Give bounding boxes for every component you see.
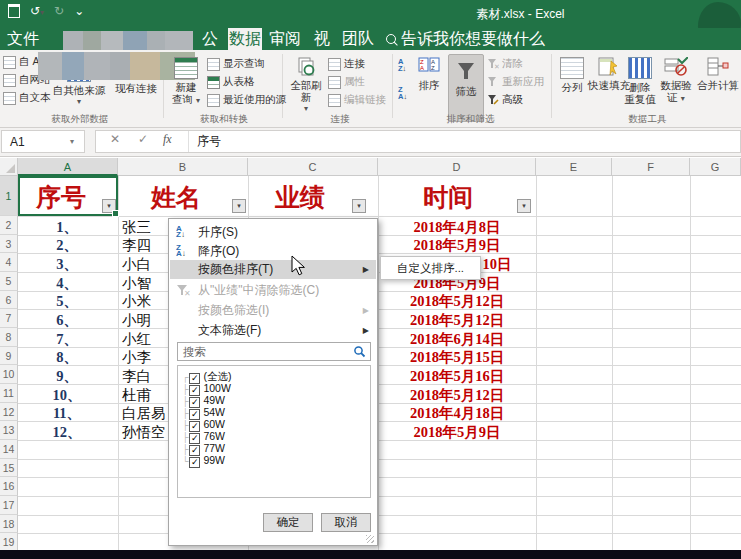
- cell-serial[interactable]: 6、: [18, 311, 116, 330]
- cell-serial[interactable]: 12、: [18, 423, 116, 442]
- sort-za-icon[interactable]: ZA↓: [398, 86, 407, 100]
- row-header-2[interactable]: 2: [0, 216, 18, 235]
- recent-sources-button[interactable]: 最近使用的源: [207, 93, 286, 107]
- cell-serial[interactable]: 1、: [18, 218, 116, 237]
- header-cell-name[interactable]: 姓名: [118, 180, 234, 216]
- select-all-corner[interactable]: [0, 158, 18, 176]
- ok-button[interactable]: 确定: [263, 513, 313, 532]
- filter-value-item[interactable]: ├✓100W: [182, 382, 231, 394]
- row-header-7[interactable]: 7: [0, 309, 18, 328]
- row-header-13[interactable]: 13: [0, 421, 18, 440]
- connections-button[interactable]: 连接: [328, 57, 365, 71]
- tab-team[interactable]: 团队: [342, 28, 374, 50]
- row-header-18[interactable]: 18: [0, 515, 18, 534]
- filter-button[interactable]: 筛选: [448, 54, 484, 122]
- cell-serial[interactable]: 8、: [18, 348, 116, 367]
- cell-time[interactable]: 2018年5月9日: [378, 236, 536, 255]
- filter-dropdown-caret-icon[interactable]: ▾: [232, 199, 246, 213]
- row-header-11[interactable]: 11: [0, 384, 18, 403]
- cell-time[interactable]: 2018年4月8日: [378, 218, 536, 237]
- cell-name[interactable]: 小白: [122, 255, 151, 274]
- row-header-17[interactable]: 17: [0, 496, 18, 515]
- tab-file[interactable]: 文件: [5, 28, 41, 50]
- remove-duplicates-button[interactable]: 删除重复值: [623, 57, 657, 105]
- row-header-16[interactable]: 16: [0, 477, 18, 496]
- cancel-x-icon[interactable]: ✕: [110, 132, 120, 146]
- filter-value-item[interactable]: └✓99W: [182, 454, 225, 466]
- cell-name[interactable]: 李四: [122, 236, 151, 255]
- filter-value-item[interactable]: ├✓60W: [182, 418, 225, 430]
- from-access-button[interactable]: 自 A: [3, 55, 39, 69]
- cell-serial[interactable]: 4、: [18, 274, 116, 293]
- tell-me-box[interactable]: 告诉我你想要做什么: [386, 28, 545, 50]
- tab-view[interactable]: 视图: [307, 28, 337, 50]
- row-header-12[interactable]: 12: [0, 403, 18, 422]
- filter-value-item[interactable]: ├✓77W: [182, 442, 225, 454]
- row-header-10[interactable]: 10: [0, 365, 18, 384]
- filter-dropdown-caret-icon[interactable]: ▾: [517, 199, 531, 213]
- row-header-4[interactable]: 4: [0, 253, 18, 272]
- advanced-filter-button[interactable]: 高级: [488, 93, 523, 107]
- column-header-A[interactable]: A: [18, 158, 118, 176]
- column-header-E[interactable]: E: [536, 158, 612, 176]
- cell-time[interactable]: 2018年5月12日: [378, 292, 536, 311]
- cell-serial[interactable]: 2、: [18, 236, 116, 255]
- cell-serial[interactable]: 11、: [18, 404, 116, 423]
- cell-serial[interactable]: 9、: [18, 367, 116, 386]
- column-header-F[interactable]: F: [612, 158, 690, 176]
- cell-time[interactable]: 2018年5月15日: [378, 348, 536, 367]
- filter-value-item[interactable]: ├✓49W: [182, 394, 225, 406]
- data-validation-button[interactable]: 数据验 证 ▾: [658, 57, 694, 105]
- formula-bar-value[interactable]: 序号: [197, 133, 221, 150]
- show-queries-button[interactable]: 显示查询: [207, 57, 265, 71]
- filter-values-list[interactable]: ┌✓(全选)├✓100W├✓49W├✓54W├✓60W├✓76W├✓77W└✓9…: [177, 365, 371, 498]
- menu-item-sort-descending[interactable]: ZA↓ 降序(O): [170, 242, 376, 261]
- row-header-1[interactable]: 1: [0, 176, 18, 216]
- filter-search-input[interactable]: 搜索: [177, 342, 371, 361]
- row-header-15[interactable]: 15: [0, 459, 18, 478]
- cell-serial[interactable]: 3、: [18, 255, 116, 274]
- row-header-3[interactable]: 3: [0, 235, 18, 254]
- column-header-B[interactable]: B: [118, 158, 248, 176]
- tab-data[interactable]: 数据: [228, 28, 262, 50]
- menu-item-sort-ascending[interactable]: AZ↓ 升序(S): [170, 223, 376, 242]
- cell-time[interactable]: 2018年5月12日: [378, 386, 536, 405]
- cell-serial[interactable]: 10、: [18, 386, 116, 405]
- new-query-button[interactable]: 新建 查询 ▾: [168, 57, 204, 107]
- resize-grip-icon[interactable]: [366, 535, 374, 543]
- column-header-G[interactable]: G: [690, 158, 741, 176]
- formula-input-strip[interactable]: [95, 130, 741, 153]
- cell-name[interactable]: 杜甫: [122, 386, 151, 405]
- refresh-all-button[interactable]: 全部刷新▾: [288, 57, 324, 115]
- row-header-5[interactable]: 5: [0, 272, 18, 291]
- fx-icon[interactable]: fx: [163, 132, 172, 147]
- menu-item-sort-by-color[interactable]: 按颜色排序(T) ▶: [170, 260, 376, 279]
- header-cell-time[interactable]: 时间: [378, 180, 518, 216]
- cell-name[interactable]: 白居易: [122, 404, 166, 423]
- filter-value-item[interactable]: ├✓54W: [182, 406, 225, 418]
- cell-time[interactable]: 2018年5月16日: [378, 367, 536, 386]
- column-header-C[interactable]: C: [248, 158, 378, 176]
- magnifier-icon[interactable]: [353, 345, 366, 361]
- cancel-button[interactable]: 取消: [321, 513, 371, 532]
- cell-name[interactable]: 小李: [122, 348, 151, 367]
- name-box-caret-icon[interactable]: ▾: [70, 130, 74, 153]
- cell-time[interactable]: 2018年6月14日: [378, 330, 536, 349]
- cell-name[interactable]: 小红: [122, 330, 151, 349]
- column-header-D[interactable]: D: [378, 158, 536, 176]
- enter-check-icon[interactable]: ✓: [138, 132, 148, 146]
- cell-name[interactable]: 小明: [122, 311, 151, 330]
- tab-formulas[interactable]: 公式: [195, 28, 225, 50]
- cell-serial[interactable]: 5、: [18, 292, 116, 311]
- filter-value-item[interactable]: ┌✓(全选): [182, 370, 231, 382]
- custom-sort-submenu-item[interactable]: 自定义排序...: [380, 256, 481, 280]
- consolidate-button[interactable]: 合并计算: [696, 57, 740, 91]
- row-header-8[interactable]: 8: [0, 328, 18, 347]
- cell-name[interactable]: 张三: [122, 218, 151, 237]
- sort-button[interactable]: ZAAZ 排序: [414, 57, 444, 91]
- text-to-columns-button[interactable]: 分列: [558, 57, 586, 93]
- cell-time[interactable]: 2018年5月12日: [378, 311, 536, 330]
- cell-name[interactable]: 李白: [122, 367, 151, 386]
- header-cell-sales[interactable]: 业绩: [248, 180, 352, 216]
- cell-time[interactable]: 2018年5月9日: [378, 423, 536, 442]
